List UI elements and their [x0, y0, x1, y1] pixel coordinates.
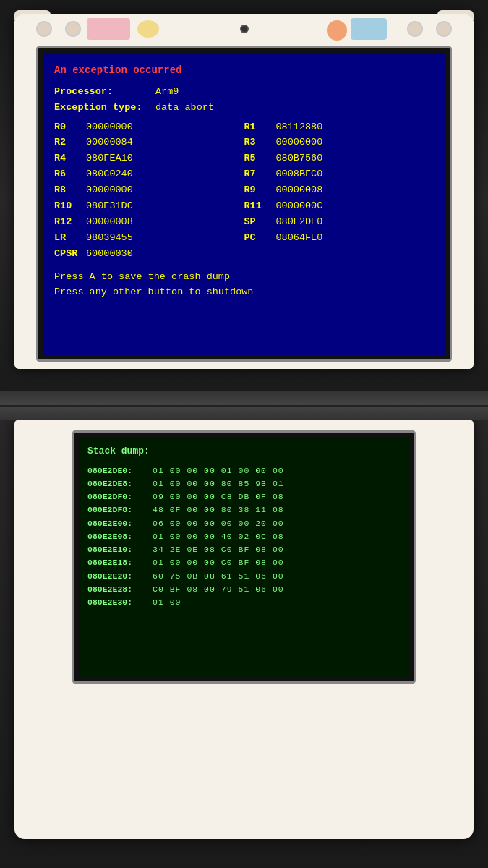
reg-lr: LR 08039455 [54, 231, 244, 246]
decor-circle-4 [436, 21, 452, 37]
device-top-half: An exception occurred Processor: Arm9 Ex… [0, 0, 488, 405]
reg-r3: R3 00000000 [244, 135, 435, 150]
footer-line2: Press any other button to shutdown [54, 285, 434, 300]
reg-r7: R7 0008BFC0 [244, 167, 435, 182]
reg-r4: R4 080FEA10 [54, 151, 244, 166]
reg-r6: R6 080C0240 [54, 167, 244, 182]
decor-orange [327, 20, 347, 41]
reg-r8: R8 00000000 [54, 183, 244, 198]
reg-cpsr: CPSR 60000030 [54, 247, 244, 262]
decor-circle-2 [65, 21, 81, 37]
exception-type-row: Exception type: data abort [54, 101, 434, 116]
reg-r1: R1 08112880 [244, 120, 435, 135]
reg-r2: R2 00000084 [54, 135, 244, 150]
stack-row-0: 080E2DE0: 01 00 00 00 01 00 00 00 [87, 464, 401, 477]
decor-circle-1 [36, 21, 52, 37]
stack-row-3: 080E2DF8: 48 0F 00 00 80 38 11 08 [87, 503, 401, 516]
reg-r5: R5 080B7560 [244, 151, 435, 166]
top-shell: An exception occurred Processor: Arm9 Ex… [14, 14, 474, 369]
stack-row-4: 080E2E00: 06 00 00 00 00 00 20 00 [87, 517, 401, 529]
lower-screen-frame: Stack dump: 080E2DE0: 01 00 00 00 01 00 … [72, 430, 416, 684]
crash-footer: Press A to save the crash dump Press any… [54, 270, 434, 300]
processor-row: Processor: Arm9 [54, 85, 434, 100]
processor-value: Arm9 [155, 85, 179, 100]
decorative-strip [14, 14, 474, 43]
bottom-shell: Stack dump: 080E2DE0: 01 00 00 00 01 00 … [14, 420, 474, 839]
exception-type-value: data abort [155, 101, 214, 116]
upper-screen-frame: An exception occurred Processor: Arm9 Ex… [36, 46, 452, 362]
decor-yellow [137, 20, 159, 38]
stack-row-6: 080E2E10: 34 2E 0E 08 C0 BF 08 00 [87, 543, 401, 556]
reg-r9: R9 00000008 [244, 183, 435, 198]
crash-screen-content: An exception occurred Processor: Arm9 Ex… [43, 53, 445, 355]
processor-label: Processor: [54, 85, 155, 100]
lower-screen: Stack dump: 080E2DE0: 01 00 00 00 01 00 … [79, 437, 409, 677]
reg-r11: R11 0000000C [244, 199, 435, 214]
exception-type-label: Exception type: [54, 101, 155, 116]
stack-row-8: 080E2E20: 60 75 0B 08 61 51 06 00 [87, 570, 401, 582]
stack-row-1: 080E2DE8: 01 00 00 00 80 85 9B 01 [87, 477, 401, 490]
stack-row-10: 080E2E30: 01 00 [87, 596, 401, 608]
decor-circle-3 [407, 21, 423, 37]
footer-line1: Press A to save the crash dump [54, 270, 434, 285]
reg-r10: R10 080E31DC [54, 199, 244, 214]
stack-row-2: 080E2DF0: 09 00 00 00 C8 DB 0F 08 [87, 490, 401, 503]
photo-background: An exception occurred Processor: Arm9 Ex… [0, 0, 488, 868]
camera [240, 25, 249, 33]
stack-screen-content: Stack dump: 080E2DE0: 01 00 00 00 01 00 … [79, 437, 409, 677]
device-bottom-half: Stack dump: 080E2DE0: 01 00 00 00 01 00 … [0, 405, 488, 868]
seam-line [0, 405, 488, 407]
reg-r12: R12 00000008 [54, 215, 244, 230]
decor-pink [87, 18, 130, 40]
registers-left-col: R0 00000000 R2 00000084 R4 080FEA10 [54, 120, 244, 263]
reg-pc: PC 08064FE0 [244, 231, 435, 246]
registers-right-col: R1 08112880 R3 00000000 R5 080B7560 [244, 120, 435, 263]
reg-r0: R0 00000000 [54, 120, 244, 135]
registers-grid: R0 00000000 R2 00000084 R4 080FEA10 [54, 120, 434, 263]
stack-row-5: 080E2E08: 01 00 00 00 40 02 0C 08 [87, 530, 401, 542]
stack-row-7: 080E2E18: 01 00 00 00 C0 BF 08 00 [87, 556, 401, 569]
reg-sp: SP 080E2DE0 [244, 215, 435, 230]
stack-title: Stack dump: [87, 444, 401, 459]
exception-title: An exception occurred [54, 63, 434, 79]
stack-row-9: 080E2E28: C0 BF 08 00 79 51 06 00 [87, 583, 401, 595]
decor-blue [351, 18, 387, 40]
upper-screen: An exception occurred Processor: Arm9 Ex… [43, 53, 445, 355]
